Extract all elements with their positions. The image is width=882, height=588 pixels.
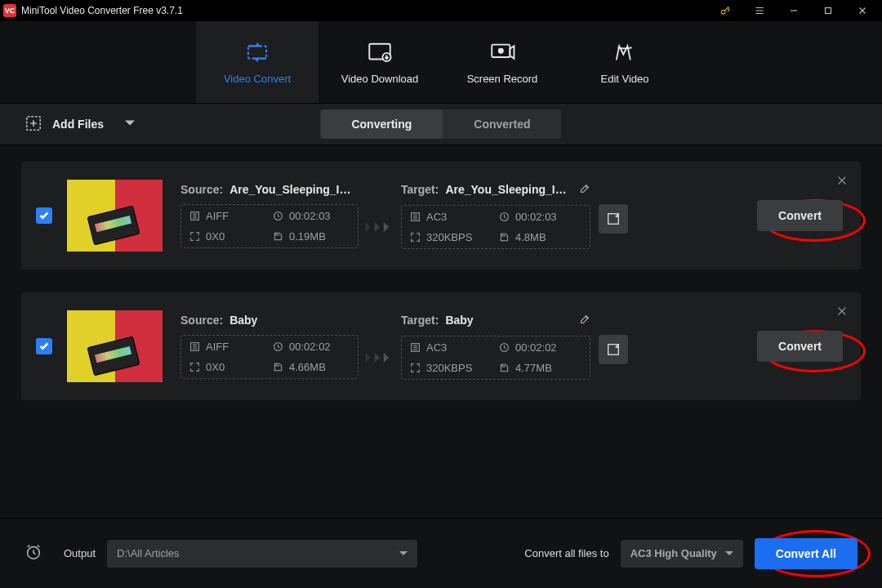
convert-icon bbox=[243, 40, 271, 65]
src-resolution: 0X0 bbox=[206, 230, 225, 243]
target-settings-button[interactable] bbox=[599, 204, 628, 234]
target-name: Are_You_Sleeping_In... bbox=[445, 183, 568, 196]
tgt-duration: 00:02:02 bbox=[515, 341, 557, 354]
chevron-down-icon bbox=[125, 118, 135, 131]
remove-item-icon[interactable] bbox=[836, 305, 848, 320]
convert-all-button[interactable]: Convert All bbox=[755, 538, 858, 569]
main-nav: Video Convert Video Download Screen Reco… bbox=[0, 21, 882, 103]
window-minimize-icon[interactable] bbox=[781, 0, 807, 21]
tgt-bitrate: 320KBPS bbox=[426, 231, 472, 243]
format-select[interactable]: AC3 High Quality bbox=[621, 540, 743, 568]
app-logo: VC bbox=[3, 4, 16, 17]
bottom-bar: Output D:\All Articles Convert all files… bbox=[0, 518, 882, 588]
titlebar: VC MiniTool Video Converter Free v3.7.1 bbox=[0, 0, 882, 21]
remove-item-icon[interactable] bbox=[836, 175, 848, 189]
conversion-item: Source: Are_You_Sleeping_In... AIFF 00:0… bbox=[21, 162, 861, 270]
source-name: Are_You_Sleeping_In... bbox=[229, 183, 352, 196]
tgt-bitrate: 320KBPS bbox=[426, 362, 472, 374]
record-icon bbox=[488, 40, 516, 65]
thumbnail bbox=[67, 180, 163, 252]
src-size: 0.19MB bbox=[289, 230, 326, 243]
nav-label: Screen Record bbox=[467, 73, 538, 85]
src-size: 4.66MB bbox=[289, 361, 326, 373]
checkbox-checked[interactable] bbox=[36, 338, 52, 354]
key-icon[interactable] bbox=[712, 0, 738, 21]
svg-point-6 bbox=[499, 48, 503, 52]
edit-target-icon[interactable] bbox=[579, 183, 590, 197]
target-label: Target: bbox=[401, 314, 439, 327]
src-duration: 00:02:02 bbox=[289, 341, 331, 353]
edit-icon bbox=[611, 40, 639, 65]
convert-all-files-to-label: Convert all files to bbox=[524, 547, 608, 559]
arrow-icon bbox=[359, 219, 401, 235]
target-specs: AC3 00:02:03 320KBPS 4.8MB bbox=[401, 205, 590, 249]
src-duration: 00:02:03 bbox=[289, 210, 331, 222]
source-label: Source: bbox=[180, 183, 223, 196]
app-title: MiniTool Video Converter Free v3.7.1 bbox=[21, 5, 183, 16]
content-area: Source: Are_You_Sleeping_In... AIFF 00:0… bbox=[0, 145, 882, 400]
nav-label: Video Convert bbox=[224, 73, 291, 85]
add-files-icon bbox=[24, 114, 42, 135]
toolbar: Add Files Converting Converted bbox=[0, 103, 882, 145]
tab-converting[interactable]: Converting bbox=[320, 109, 443, 139]
target-name: Baby bbox=[445, 314, 473, 327]
tgt-duration: 00:02:03 bbox=[515, 211, 557, 223]
add-files-label: Add Files bbox=[52, 118, 104, 131]
tab-edit-video[interactable]: Edit Video bbox=[564, 21, 686, 103]
svg-rect-1 bbox=[826, 8, 831, 14]
arrow-icon bbox=[359, 350, 401, 366]
window-close-icon[interactable] bbox=[849, 0, 875, 21]
output-path-select[interactable]: D:\All Articles bbox=[107, 540, 417, 568]
window-maximize-icon[interactable] bbox=[815, 0, 841, 21]
svg-rect-2 bbox=[248, 46, 266, 58]
tgt-codec: AC3 bbox=[426, 341, 447, 354]
convert-button[interactable]: Convert bbox=[757, 200, 843, 231]
target-specs: AC3 00:02:02 320KBPS 4.77MB bbox=[401, 336, 590, 380]
src-resolution: 0X0 bbox=[206, 361, 225, 373]
chevron-down-icon bbox=[399, 550, 408, 558]
schedule-icon[interactable] bbox=[24, 543, 42, 564]
tab-video-download[interactable]: Video Download bbox=[318, 21, 441, 103]
source-specs: AIFF 00:02:03 0X0 0.19MB bbox=[180, 204, 359, 248]
src-codec: AIFF bbox=[206, 341, 229, 353]
tab-video-convert[interactable]: Video Convert bbox=[196, 21, 318, 103]
nav-label: Edit Video bbox=[600, 73, 648, 85]
convert-button[interactable]: Convert bbox=[757, 331, 843, 362]
conversion-item: Source: Baby AIFF 00:02:02 0X0 4.66MB Ta… bbox=[21, 292, 861, 400]
output-label: Output bbox=[64, 547, 96, 559]
target-label: Target: bbox=[401, 183, 439, 196]
tgt-size: 4.77MB bbox=[515, 362, 552, 374]
source-label: Source: bbox=[180, 314, 223, 327]
tgt-size: 4.8MB bbox=[515, 231, 546, 243]
tgt-codec: AC3 bbox=[426, 211, 447, 223]
tab-converted[interactable]: Converted bbox=[443, 109, 561, 139]
target-settings-button[interactable] bbox=[599, 335, 628, 364]
thumbnail bbox=[67, 310, 163, 382]
download-icon bbox=[366, 40, 394, 65]
tab-screen-record[interactable]: Screen Record bbox=[441, 21, 564, 103]
menu-icon[interactable] bbox=[746, 0, 773, 21]
add-files-button[interactable]: Add Files bbox=[24, 114, 135, 135]
edit-target-icon[interactable] bbox=[579, 314, 590, 327]
conversion-tabs: Converting Converted bbox=[320, 109, 561, 139]
format-value: AC3 High Quality bbox=[630, 547, 717, 559]
nav-label: Video Download bbox=[341, 73, 418, 85]
svg-point-0 bbox=[721, 10, 725, 14]
chevron-down-icon bbox=[725, 550, 733, 558]
src-codec: AIFF bbox=[206, 210, 229, 222]
checkbox-checked[interactable] bbox=[36, 207, 52, 224]
output-path-value: D:\All Articles bbox=[117, 547, 180, 559]
source-specs: AIFF 00:02:02 0X0 4.66MB bbox=[180, 335, 359, 379]
source-name: Baby bbox=[229, 314, 257, 327]
